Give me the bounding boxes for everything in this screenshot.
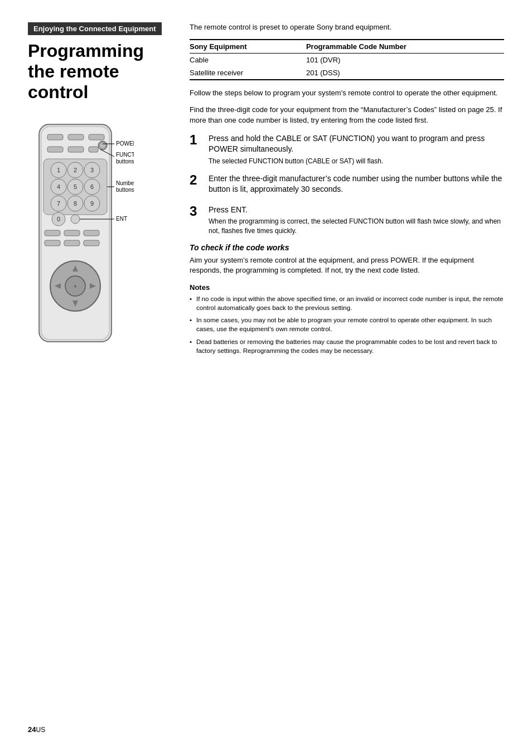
table-row: Cable101 (DVR) — [190, 54, 504, 67]
svg-rect-37 — [45, 240, 60, 246]
steps-container: 1Press and hold the CABLE or SAT (FUNCTI… — [190, 133, 504, 235]
section-band: Enjoying the Connected Equipment — [28, 22, 162, 35]
svg-text:1: 1 — [57, 167, 60, 173]
svg-text:6: 6 — [90, 183, 94, 190]
table-row: Satellite receiver201 (DSS) — [190, 66, 504, 80]
intro-text: The remote control is preset to operate … — [190, 22, 504, 32]
svg-text:5: 5 — [74, 183, 77, 190]
svg-text:ENT: ENT — [116, 216, 127, 222]
svg-text:0: 0 — [57, 216, 60, 222]
svg-text:buttons: buttons — [116, 187, 134, 193]
svg-rect-9 — [89, 147, 98, 152]
svg-text:8: 8 — [74, 200, 77, 207]
svg-rect-3 — [68, 134, 84, 140]
svg-text:POWER: POWER — [116, 140, 134, 147]
step-content: Press and hold the CABLE or SAT (FUNCTIO… — [209, 133, 504, 166]
svg-rect-4 — [89, 134, 104, 140]
table-cell-code: 101 (DVR) — [306, 54, 504, 67]
note-item: Dead batteries or removing the batteries… — [190, 337, 504, 355]
step-content: Enter the three-digit manufacturer’s cod… — [209, 173, 504, 197]
step-content: Press ENT.When the programming is correc… — [209, 205, 504, 235]
left-column: Enjoying the Connected Equipment Program… — [28, 22, 173, 714]
step-number: 1 — [190, 133, 203, 147]
remote-illustration: 1 2 3 4 5 6 7 8 — [28, 119, 134, 364]
note-item: If no code is input within the above spe… — [190, 294, 504, 312]
svg-rect-35 — [64, 230, 80, 236]
notes-heading: Notes — [190, 283, 504, 292]
svg-rect-34 — [45, 230, 60, 236]
check-subheading: To check if the code works — [190, 243, 504, 252]
svg-text:+: + — [74, 283, 77, 289]
page-title: Programming the remote control — [28, 41, 173, 102]
step-main-text: Press ENT. — [209, 205, 504, 215]
find-text: Find the three-digit code for your equip… — [190, 105, 504, 125]
svg-rect-8 — [68, 147, 84, 152]
step-number: 3 — [190, 205, 203, 218]
remote-container: 1 2 3 4 5 6 7 8 — [28, 113, 162, 366]
step-1: 1Press and hold the CABLE or SAT (FUNCTI… — [190, 133, 504, 166]
svg-rect-39 — [84, 240, 99, 246]
step-main-text: Enter the three-digit manufacturer’s cod… — [209, 173, 504, 195]
step-3: 3Press ENT.When the programming is corre… — [190, 205, 504, 235]
table-header-equipment: Sony Equipment — [190, 40, 306, 54]
svg-rect-36 — [84, 230, 99, 236]
table-cell-code: 201 (DSS) — [306, 66, 504, 80]
note-item: In some cases, you may not be able to pr… — [190, 316, 504, 333]
step-sub-text: The selected FUNCTION button (CABLE or S… — [209, 157, 504, 166]
svg-text:2: 2 — [74, 167, 77, 173]
notes-list: If no code is input within the above spe… — [190, 294, 504, 355]
step-main-text: Press and hold the CABLE or SAT (FUNCTIO… — [209, 133, 504, 154]
step-number: 2 — [190, 173, 203, 187]
table-cell-equipment: Satellite receiver — [190, 66, 306, 80]
table-header-code: Programmable Code Number — [306, 40, 504, 54]
check-text: Aim your system’s remote control at the … — [190, 255, 504, 275]
svg-rect-2 — [47, 134, 63, 140]
svg-text:buttons: buttons — [116, 158, 134, 164]
svg-rect-38 — [64, 240, 80, 246]
page-number: 24US — [28, 725, 504, 734]
svg-rect-7 — [47, 147, 63, 152]
page: Enjoying the Connected Equipment Program… — [0, 0, 532, 756]
svg-point-31 — [71, 215, 80, 224]
svg-text:FUNCTION: FUNCTION — [116, 152, 134, 158]
step-2: 2Enter the three-digit manufacturer’s co… — [190, 173, 504, 197]
follow-text: Follow the steps below to program your s… — [190, 88, 504, 98]
sony-table: Sony Equipment Programmable Code Number … — [190, 39, 504, 80]
table-cell-equipment: Cable — [190, 54, 306, 67]
svg-text:4: 4 — [57, 183, 60, 190]
svg-text:3: 3 — [90, 167, 94, 173]
svg-text:7: 7 — [57, 200, 60, 207]
step-sub-text: When the programming is correct, the sel… — [209, 217, 504, 235]
svg-text:Number: Number — [116, 180, 134, 186]
svg-text:9: 9 — [90, 200, 94, 207]
right-column: The remote control is preset to operate … — [190, 22, 504, 714]
